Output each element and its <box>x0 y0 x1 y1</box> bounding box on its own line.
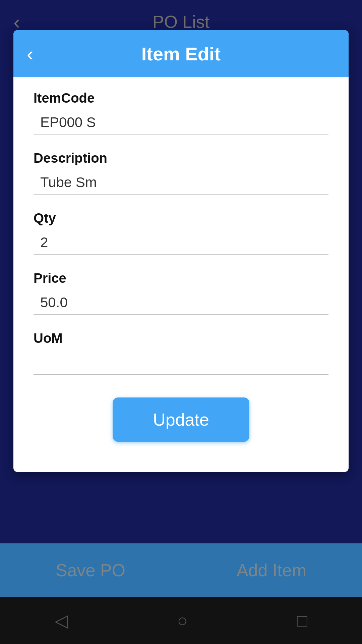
qty-label: Qty <box>34 211 328 226</box>
price-field-group: Price <box>34 271 328 315</box>
price-input[interactable] <box>34 291 328 315</box>
update-button-wrapper: Update <box>34 391 328 455</box>
qty-input[interactable] <box>34 231 328 255</box>
item-code-input[interactable] <box>34 111 328 135</box>
modal-header: ‹ Item Edit <box>13 30 349 77</box>
price-label: Price <box>34 271 328 286</box>
modal-back-icon[interactable]: ‹ <box>27 42 34 65</box>
modal-body: ItemCode Description Qty Price UoM Updat… <box>13 77 349 472</box>
description-input[interactable] <box>34 171 328 195</box>
description-field-group: Description <box>34 151 328 195</box>
modal-title: Item Edit <box>141 43 221 65</box>
item-code-label: ItemCode <box>34 91 328 106</box>
update-button[interactable]: Update <box>113 397 249 442</box>
uom-input[interactable] <box>34 351 328 375</box>
item-code-field-group: ItemCode <box>34 91 328 135</box>
uom-label: UoM <box>34 331 328 346</box>
uom-field-group: UoM <box>34 331 328 375</box>
item-edit-modal: ‹ Item Edit ItemCode Description Qty Pri… <box>13 30 349 472</box>
qty-field-group: Qty <box>34 211 328 255</box>
description-label: Description <box>34 151 328 166</box>
